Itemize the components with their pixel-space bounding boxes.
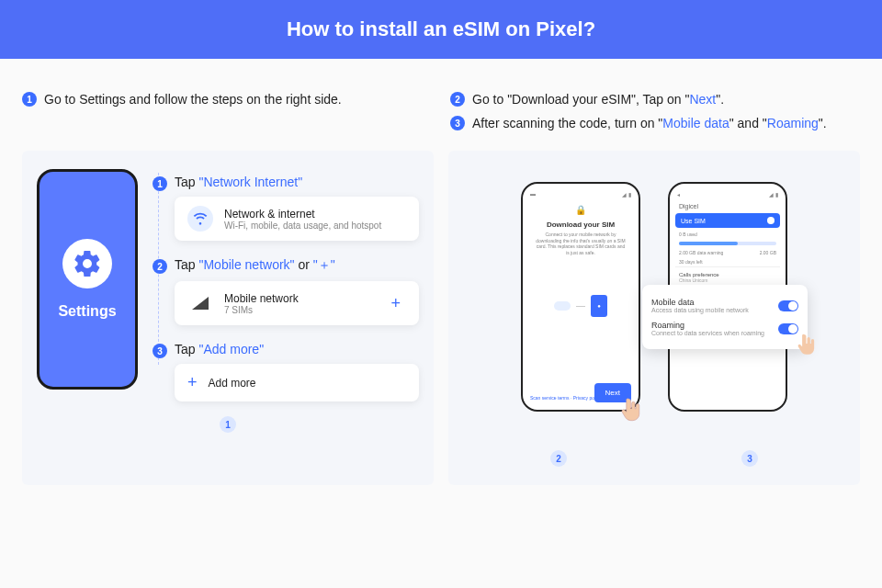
substep-1: 1 Tap "Network Internet" Network & inter… [175,175,419,241]
settings-label: Settings [58,303,116,320]
panels: Settings 1 Tap "Network Internet" Networ… [0,151,882,507]
usage-bar [679,242,776,245]
sim-illustration [532,274,629,338]
terms-links[interactable]: Scan service terms · Privacy policy [530,395,601,401]
step-badge-2: 2 [450,92,465,107]
wifi-icon [187,206,213,232]
pointer-hand-icon [618,397,644,423]
substeps: 1 Tap "Network Internet" Network & inter… [153,169,419,401]
card-sub: Wi-Fi, mobile, data usage, and hotspot [224,220,406,231]
substep-2: 2 Tap "Mobile network" or "＋" Mobile net… [175,257,419,325]
substep-badge-3: 3 [153,344,167,358]
lock-icon: 🔒 [532,205,629,215]
use-sim-toggle[interactable]: Use SIM [675,213,780,228]
substep-badge-1: 1 [153,176,167,191]
page-title: How to install an eSIM on Pixel? [287,17,595,41]
marker-3: 3 [741,450,758,467]
signal-icon [187,290,213,316]
roaming-row: Roaming Connect to data services when ro… [651,317,798,340]
download-title: Download your SIM [532,220,629,229]
toggles-popup: Mobile data Access data using mobile net… [642,285,808,349]
instruction-right: 2 Go to "Download your eSIM", Tap on "Ne… [450,92,860,140]
phone-download-sim: ▬◢ ▮ 🔒 Download your SIM Connect to your… [521,182,640,412]
step-1-text: Go to Settings and follow the steps on t… [44,92,342,107]
download-desc: Connect to your mobile network by downlo… [532,232,629,255]
plus-icon: + [187,373,198,392]
panel-left: Settings 1 Tap "Network Internet" Networ… [22,151,434,485]
gear-icon [62,239,112,288]
marker-2: 2 [550,450,567,467]
step-badge-1: 1 [22,92,37,107]
card-network-internet[interactable]: Network & internet Wi-Fi, mobile, data u… [175,197,419,241]
instruction-row: 1 Go to Settings and follow the steps on… [0,59,882,151]
step-2-text: Go to "Download your eSIM", Tap on "Next… [472,92,724,107]
panel-right: ▬◢ ▮ 🔒 Download your SIM Connect to your… [448,151,860,485]
step-1: 1 Go to Settings and follow the steps on… [22,92,432,107]
status-bar: ▬◢ ▮ [528,191,633,201]
card-title: Network & internet [224,208,406,220]
card-add-more[interactable]: + Add more [175,364,419,401]
substep-3: 3 Tap "Add more" + Add more [175,342,419,401]
card-mobile-network[interactable]: Mobile network 7 SIMs + [175,281,419,325]
settings-phone: Settings [37,169,138,390]
step-2: 2 Go to "Download your eSIM", Tap on "Ne… [450,92,860,107]
step-badge-3: 3 [450,116,465,130]
mobile-data-switch[interactable] [778,300,798,311]
step-3-text: After scanning the code, turn on "Mobile… [472,116,827,130]
substep-badge-2: 2 [153,259,167,274]
phone-sim-settings: ◂◢ ▮ Digicel Use SIM 0 B used 2.00 GB da… [668,182,787,412]
step-3: 3 After scanning the code, turn on "Mobi… [450,116,860,130]
marker-1: 1 [220,416,236,433]
instruction-left: 1 Go to Settings and follow the steps on… [22,92,432,140]
plus-icon[interactable]: + [385,294,406,313]
carrier-name: Digicel [675,201,780,211]
pointer-hand-icon [795,333,819,356]
page-header: How to install an eSIM on Pixel? [0,0,882,59]
usage-label: 0 B used [675,230,780,239]
mobile-data-row: Mobile data Access data using mobile net… [651,294,798,317]
